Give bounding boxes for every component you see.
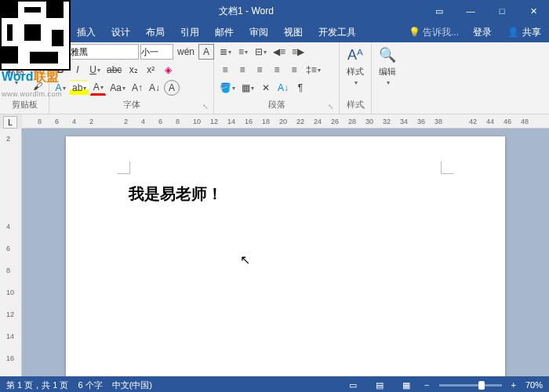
- page[interactable]: 我是易老师！: [66, 136, 505, 376]
- justify-icon[interactable]: ≡: [269, 62, 285, 78]
- ruler-vertical[interactable]: 246810121416: [0, 129, 22, 376]
- group-font: wén A B I U▾ abc x₂ x² ◈ A▾ ab▾ A▾ Aa▾ A…: [49, 42, 214, 114]
- zoom-slider[interactable]: [439, 384, 502, 387]
- launcher-icon[interactable]: ⤡: [328, 103, 334, 111]
- styles-button[interactable]: Aᴬ 样式▾: [343, 44, 368, 88]
- decrease-indent-icon[interactable]: ◀≡: [271, 44, 288, 60]
- launcher-icon[interactable]: ⤡: [360, 103, 366, 111]
- styles-icon: Aᴬ: [346, 45, 365, 64]
- grow-font-icon[interactable]: A↑: [129, 80, 145, 96]
- highlight-icon[interactable]: ab▾: [70, 80, 89, 96]
- font-color-icon[interactable]: A▾: [90, 80, 106, 96]
- qr-code-overlay: [0, 0, 71, 71]
- group-styles: Aᴬ 样式▾ 样式⤡: [340, 42, 372, 114]
- tab-references[interactable]: 引用: [173, 22, 207, 42]
- char-border-icon[interactable]: A: [198, 44, 214, 60]
- window-title: 文档1 - Word: [69, 5, 424, 18]
- tab-view[interactable]: 视图: [276, 22, 311, 42]
- tab-selector[interactable]: L: [3, 116, 17, 129]
- group-paragraph: ≣▾ ≡▾ ⊟▾ ◀≡ ≡▶ ≡ ≡ ≡ ≡ ≡ ‡≡▾ 🪣▾ ▦▾ ✕ A↓ …: [214, 42, 340, 114]
- maximize-icon[interactable]: □: [486, 0, 518, 22]
- clipboard-label: 剪贴板: [3, 99, 45, 112]
- statusbar: 第 1 页，共 1 页 6 个字 中文(中国) ▭ ▤ ▦ − + 70%: [0, 376, 549, 392]
- tab-insert[interactable]: 插入: [69, 22, 104, 42]
- tab-mailings[interactable]: 邮件: [207, 22, 242, 42]
- phonetic-guide-icon[interactable]: wén: [175, 44, 197, 60]
- snap-grid-icon[interactable]: ✕: [258, 80, 274, 96]
- paragraph-label: 段落⤡: [217, 99, 336, 112]
- italic-button[interactable]: I: [70, 62, 85, 78]
- change-case-icon[interactable]: Aa▾: [107, 80, 128, 96]
- margin-corner: [118, 162, 130, 174]
- web-layout-icon[interactable]: ▦: [398, 378, 415, 392]
- ruler-horizontal[interactable]: 8642246810121416182022242628303234363842…: [22, 114, 549, 129]
- zoom-level[interactable]: 70%: [525, 380, 543, 390]
- ribbon: 📋 粘贴▾ ✂ ⎘ 🖌 剪贴板 wén A B I U▾ abc: [0, 42, 549, 114]
- find-icon: 🔍: [378, 45, 397, 64]
- document-text[interactable]: 我是易老师！: [129, 183, 442, 205]
- document-canvas[interactable]: 我是易老师！: [22, 129, 549, 376]
- ribbon-tabs: 文件 开始 插入 设计 布局 引用 邮件 审阅 视图 开发工具 💡 告诉我...…: [0, 22, 549, 42]
- print-layout-icon[interactable]: ▤: [371, 378, 388, 392]
- strikethrough-button[interactable]: abc: [104, 62, 124, 78]
- numbering-icon[interactable]: ≡▾: [235, 44, 251, 60]
- page-count[interactable]: 第 1 页，共 1 页: [6, 379, 68, 391]
- increase-indent-icon[interactable]: ≡▶: [289, 44, 307, 60]
- align-left-icon[interactable]: ≡: [217, 62, 233, 78]
- font-size-combo[interactable]: [140, 44, 173, 60]
- share-button[interactable]: 👤 共享: [500, 26, 549, 39]
- superscript-button[interactable]: x²: [143, 62, 158, 78]
- login-button[interactable]: 登录: [465, 26, 500, 39]
- enclose-char-icon[interactable]: A: [164, 80, 180, 96]
- close-icon[interactable]: ✕: [518, 0, 549, 22]
- bullets-icon[interactable]: ≣▾: [217, 44, 234, 60]
- margin-corner: [441, 162, 453, 174]
- zoom-out-icon[interactable]: −: [424, 380, 429, 390]
- styles-label: 样式⤡: [343, 99, 368, 112]
- launcher-icon[interactable]: ⤡: [202, 103, 209, 111]
- clear-format-icon[interactable]: ◈: [160, 62, 176, 78]
- ribbon-options-icon[interactable]: ▭: [424, 0, 455, 22]
- sort-icon[interactable]: A↓: [275, 80, 291, 96]
- language[interactable]: 中文(中国): [112, 379, 152, 391]
- read-mode-icon[interactable]: ▭: [344, 378, 362, 392]
- multilevel-icon[interactable]: ⊟▾: [253, 44, 269, 60]
- underline-button[interactable]: U▾: [87, 62, 103, 78]
- shading-icon[interactable]: 🪣▾: [217, 80, 238, 96]
- minimize-icon[interactable]: —: [455, 0, 486, 22]
- group-editing: 🔍 编辑▾: [372, 42, 403, 114]
- word-count[interactable]: 6 个字: [78, 379, 102, 391]
- borders-icon[interactable]: ▦▾: [239, 80, 256, 96]
- watermark: Word联盟 www.wordlm.com: [2, 69, 62, 100]
- distribute-icon[interactable]: ≡: [286, 62, 302, 78]
- align-center-icon[interactable]: ≡: [235, 62, 250, 78]
- shrink-font-icon[interactable]: A↓: [147, 80, 162, 96]
- tab-review[interactable]: 审阅: [242, 22, 276, 42]
- align-right-icon[interactable]: ≡: [252, 62, 267, 78]
- tab-design[interactable]: 设计: [104, 22, 138, 42]
- titlebar: 💾 ↶ ↷ ▾ 文档1 - Word ▭ — □ ✕: [0, 0, 549, 22]
- show-marks-icon[interactable]: ¶: [293, 80, 308, 96]
- tab-developer[interactable]: 开发工具: [311, 22, 364, 42]
- editing-button[interactable]: 🔍 编辑▾: [375, 44, 400, 88]
- tell-me[interactable]: 💡 告诉我...: [402, 26, 465, 39]
- line-spacing-icon[interactable]: ‡≡▾: [304, 62, 323, 78]
- tab-layout[interactable]: 布局: [138, 22, 173, 42]
- zoom-in-icon[interactable]: +: [511, 380, 516, 390]
- subscript-button[interactable]: x₂: [125, 62, 141, 78]
- font-label: 字体⤡: [53, 99, 210, 112]
